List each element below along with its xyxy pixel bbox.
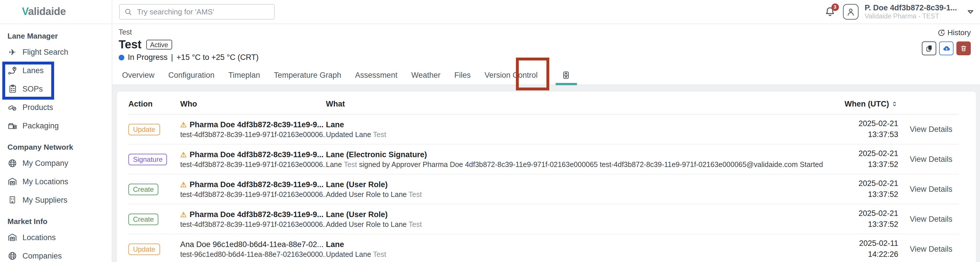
search-icon xyxy=(124,8,132,16)
who-sub: test-96c1ed80-b6d4-11ea-88e7-02163e0000.… xyxy=(180,250,326,258)
header-buttons xyxy=(922,41,971,55)
main-area: Test Test Active In Progress | +15 °C to… xyxy=(112,24,980,262)
sidebar-item-label: Lanes xyxy=(22,66,44,75)
trash-icon xyxy=(960,44,967,52)
audit-table-card: Action Who What When (UTC) Update ⚠Pharm… xyxy=(116,91,977,262)
when-date: 2025-02-21 xyxy=(832,209,898,219)
sidebar-item-my-company[interactable]: My Company xyxy=(0,154,112,172)
notifications-button[interactable]: 3 xyxy=(824,5,836,19)
lane-link[interactable]: Test xyxy=(344,160,357,168)
sidebar-item-packaging[interactable]: Packaging xyxy=(0,116,112,135)
sidebar-item-label: Packaging xyxy=(22,121,59,130)
when-time: 13:37:53 xyxy=(832,129,898,140)
tab-temperature-graph[interactable]: Temperature Graph xyxy=(274,71,341,79)
status-badge: Active xyxy=(146,40,172,49)
lane-link[interactable]: Test xyxy=(409,190,422,198)
top-bar: Validaide 3 P. Doe 4df3b872-8c39-1... Va… xyxy=(0,0,980,24)
content-area: Action Who What When (UTC) Update ⚠Pharm… xyxy=(112,85,980,262)
lane-link[interactable]: Test xyxy=(409,220,422,228)
section-heading-market-info: Market Info xyxy=(0,217,112,226)
app-window: Validaide 3 P. Doe 4df3b872-8c39-1... Va… xyxy=(0,0,980,262)
table-row: Update Ana Doe 96c1ed80-b6d4-11ea-88e7-0… xyxy=(129,234,959,262)
warning-icon: ⚠ xyxy=(180,121,186,129)
section-heading-company-network: Company Network xyxy=(0,143,112,151)
who-sub: test-4df3b872-8c39-11e9-971f-02163e00006… xyxy=(180,190,326,198)
sidebar-item-my-suppliers[interactable]: My Suppliers xyxy=(0,191,112,209)
sidebar-item-label: My Suppliers xyxy=(22,195,67,204)
what-desc: Updated Lane xyxy=(326,130,373,138)
status-dot xyxy=(119,54,124,60)
delete-button[interactable] xyxy=(956,41,971,55)
tab-configuration[interactable]: Configuration xyxy=(169,71,215,79)
what-desc: Added User Role to Lane xyxy=(326,190,409,198)
what-desc: Lane xyxy=(326,160,344,168)
breadcrumb[interactable]: Test xyxy=(119,28,980,36)
sidebar-item-label: My Company xyxy=(22,159,68,167)
page-title: Test xyxy=(119,38,142,51)
section-heading-lane-manager: Lane Manager xyxy=(0,32,112,40)
when-date: 2025-02-11 xyxy=(832,239,898,249)
globe-icon xyxy=(8,251,17,260)
col-header-when-sortable[interactable]: When (UTC) xyxy=(832,100,898,108)
archive-cabinet-icon xyxy=(562,70,571,80)
tab-assessment[interactable]: Assessment xyxy=(355,71,397,79)
who-name: Ana Doe 96c1ed80-b6d4-11ea-88e7-02... xyxy=(180,240,324,248)
sidebar-item-companies[interactable]: Companies xyxy=(0,246,112,262)
copy-button[interactable] xyxy=(922,41,936,55)
who-name: Pharma Doe 4df3b872-8c39-11e9-9... xyxy=(189,120,323,129)
chevron-down-icon[interactable] xyxy=(967,9,974,15)
tab-weather[interactable]: Weather xyxy=(411,71,441,79)
history-label: History xyxy=(947,28,971,37)
warehouse-icon xyxy=(8,176,17,186)
search-input[interactable] xyxy=(119,4,275,19)
tab-files[interactable]: Files xyxy=(454,71,471,79)
when-date: 2025-02-21 xyxy=(832,179,898,189)
action-badge-signature: Signature xyxy=(129,154,167,165)
sidebar-item-my-locations[interactable]: My Locations xyxy=(0,172,112,191)
who-name: Pharma Doe 4df3b872-8c39-11e9-9... xyxy=(189,180,323,189)
tab-version-control[interactable]: Version Control xyxy=(485,71,538,79)
tab-audit-log-active[interactable] xyxy=(556,65,577,85)
view-details-link[interactable]: View Details xyxy=(898,185,959,194)
sidebar-item-locations[interactable]: Locations xyxy=(0,228,112,246)
view-details-link[interactable]: View Details xyxy=(898,125,959,133)
top-right-cluster: 3 P. Doe 4df3b872-8c39-1... Validaide Ph… xyxy=(824,0,974,24)
notification-count-badge: 3 xyxy=(831,3,838,11)
what-desc: Added User Role to Lane xyxy=(326,220,409,228)
sidebar-item-flight-search[interactable]: ✈ Flight Search xyxy=(0,43,112,61)
validaide-logo[interactable]: Validaide xyxy=(22,6,66,18)
sidebar-item-sops[interactable]: SOPs xyxy=(0,79,112,98)
sidebar: Lane Manager ✈ Flight Search Lanes SOPs … xyxy=(0,24,112,262)
warning-icon: ⚠ xyxy=(180,151,186,158)
route-icon xyxy=(8,65,17,75)
status-separator: | xyxy=(171,53,173,62)
user-name: P. Doe 4df3b872-8c39-1... xyxy=(865,3,957,13)
action-badge-update: Update xyxy=(129,243,160,255)
view-details-link[interactable]: View Details xyxy=(898,155,959,164)
view-details-link[interactable]: View Details xyxy=(898,215,959,224)
logo-area: Validaide xyxy=(0,0,112,24)
avatar[interactable] xyxy=(843,4,858,19)
history-link[interactable]: History xyxy=(937,28,971,37)
action-badge-update: Update xyxy=(129,124,160,135)
page-header: Test Test Active In Progress | +15 °C to… xyxy=(112,24,980,65)
cloud-download-icon xyxy=(942,44,951,52)
person-icon xyxy=(846,7,855,17)
sidebar-item-products[interactable]: Products xyxy=(0,98,112,116)
when-date: 2025-02-21 xyxy=(832,149,898,159)
copy-icon xyxy=(925,44,933,52)
tab-timeplan[interactable]: Timeplan xyxy=(228,71,260,79)
what-title: Lane (User Role) xyxy=(326,210,832,219)
status-text: In Progress xyxy=(128,53,167,62)
when-time: 14:22:26 xyxy=(832,249,898,259)
sidebar-item-lanes[interactable]: Lanes xyxy=(0,61,112,79)
user-menu[interactable]: P. Doe 4df3b872-8c39-1... Validaide Phar… xyxy=(865,3,957,21)
view-details-link[interactable]: View Details xyxy=(898,245,959,253)
lane-link[interactable]: Test xyxy=(373,250,387,258)
download-button[interactable] xyxy=(939,41,953,55)
sidebar-item-label: Locations xyxy=(22,233,56,241)
tab-overview[interactable]: Overview xyxy=(122,71,154,79)
sidebar-item-label: Products xyxy=(22,103,53,111)
lane-link[interactable]: Test xyxy=(373,130,387,138)
who-sub: test-4df3b872-8c39-11e9-971f-02163e00006… xyxy=(180,220,326,228)
